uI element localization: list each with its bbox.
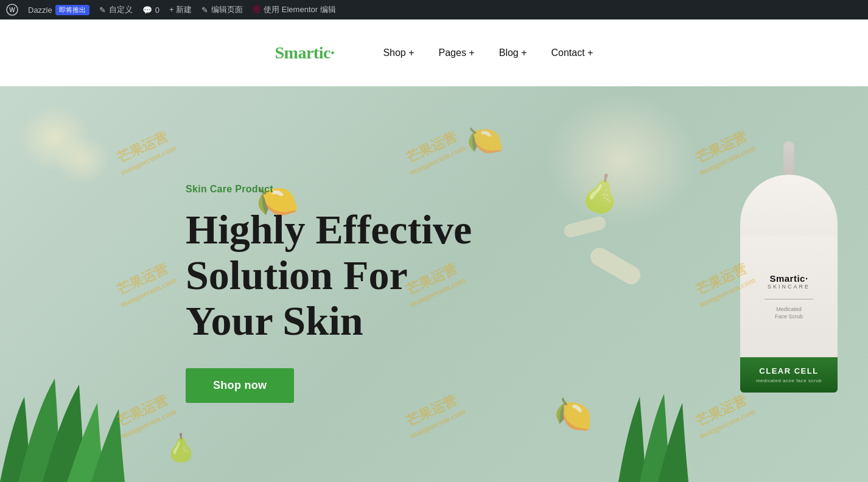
svg-text:W: W — [9, 7, 15, 13]
hero-title-line3: Your Skin — [186, 298, 363, 344]
comments-count: 0 — [155, 5, 159, 15]
comments-item[interactable]: 💬 0 — [142, 5, 159, 15]
nav-shop[interactable]: Shop + — [383, 47, 414, 58]
bottle-brand-sub: SKINCARE — [768, 284, 810, 290]
new-item[interactable]: + 新建 — [169, 4, 192, 15]
product-name: CLEAR CELL — [746, 366, 831, 375]
edit-icon: ✎ — [99, 5, 106, 15]
nav-links: Shop + Pages + Blog + Contact + — [383, 47, 593, 58]
elementor-icon: ⓔ — [253, 4, 261, 15]
hero-title-line2: Solution for — [186, 252, 408, 298]
nav-blog[interactable]: Blog + — [499, 47, 527, 58]
bottle: Smartic· SKINCARE Medicated Face Scrub C… — [728, 141, 850, 482]
deco-pill-2 — [562, 215, 607, 239]
fruit-4: 🍋 — [551, 393, 597, 436]
nav-pages[interactable]: Pages + — [439, 47, 475, 58]
hero-title: Highly Effective Solution for Your Skin — [186, 207, 472, 343]
product-display: Smartic· SKINCARE Medicated Face Scrub C… — [698, 117, 868, 482]
nav-contact[interactable]: Contact + — [551, 47, 593, 58]
product-desc: medicated acne face scrub — [746, 378, 831, 383]
hero-title-line1: Highly Effective — [186, 206, 472, 253]
admin-bar: W Dazzle 即将推出 ✎ 自定义 💬 0 + 新建 ✎ 编辑页面 ⓔ 使用… — [0, 0, 868, 19]
site-name-item[interactable]: Dazzle 即将推出 — [28, 5, 89, 15]
pencil-icon: ✎ — [201, 5, 208, 15]
new-label: + 新建 — [169, 4, 192, 15]
deco-pill — [587, 245, 644, 288]
customize-item[interactable]: ✎ 自定义 — [99, 4, 133, 15]
logo-dot: · — [331, 43, 335, 62]
grass-decoration-right — [618, 360, 691, 482]
logo-text: Smartic — [275, 43, 331, 62]
elementor-label: 使用 Elementor 编辑 — [264, 4, 335, 15]
wp-logo-item[interactable]: W — [6, 4, 18, 16]
edit-page-item[interactable]: ✎ 编辑页面 — [201, 4, 243, 15]
site-name: Dazzle — [28, 5, 52, 15]
navigation: Smartic· Shop + Pages + Blog + Contact + — [0, 19, 868, 86]
customize-label: 自定义 — [109, 4, 133, 15]
shop-now-button[interactable]: Shop now — [186, 368, 294, 403]
badge: 即将推出 — [55, 5, 89, 15]
deco-blob-3 — [545, 93, 698, 226]
grass-decoration-left — [0, 348, 158, 482]
edit-page-label: 编辑页面 — [211, 4, 243, 15]
elementor-item[interactable]: ⓔ 使用 Elementor 编辑 — [253, 4, 335, 15]
fruit-5: 🍐 — [164, 432, 198, 464]
bottle-brand: Smartic· — [769, 273, 808, 284]
wp-icon: W — [6, 4, 18, 16]
hero-section: 🍋 🍐 🍋 🍋 🍐 Skin Care Product Highly Effec… — [0, 86, 868, 482]
hero-subtitle: Skin Care Product — [186, 184, 472, 195]
site-logo[interactable]: Smartic· — [275, 43, 335, 63]
comment-icon: 💬 — [142, 5, 152, 15]
fruit-3: 🍋 — [465, 121, 505, 158]
